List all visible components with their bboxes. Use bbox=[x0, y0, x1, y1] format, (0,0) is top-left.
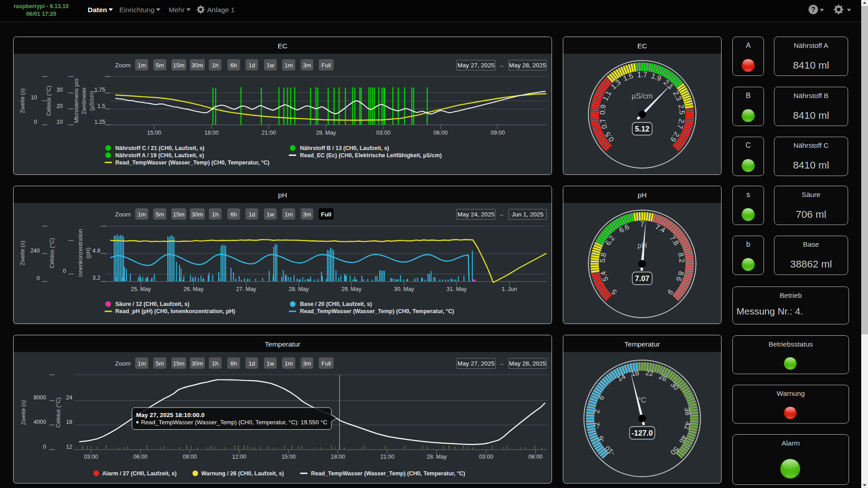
svg-text:pH: pH bbox=[278, 191, 287, 199]
svg-text:Alarm: Alarm bbox=[782, 439, 800, 447]
svg-text:8000: 8000 bbox=[33, 394, 46, 401]
svg-text:b: b bbox=[746, 240, 750, 248]
svg-text:1m: 1m bbox=[284, 62, 292, 69]
svg-text:→: → bbox=[498, 360, 504, 367]
svg-text:1d: 1d bbox=[249, 211, 255, 218]
svg-text:Säure: Säure bbox=[802, 191, 820, 198]
svg-text:Nährstoff A / 19 (CH0, Laufzei: Nährstoff A / 19 (CH0, Laufzeit, s) bbox=[115, 152, 204, 159]
svg-text:Celsius (°C): Celsius (°C) bbox=[49, 238, 55, 268]
svg-text:7: 7 bbox=[640, 221, 644, 228]
svg-text:03:00: 03:00 bbox=[84, 454, 98, 460]
svg-text:May 28, 2025: May 28, 2025 bbox=[509, 360, 546, 367]
svg-text:21:00: 21:00 bbox=[380, 454, 394, 460]
svg-text:30: 30 bbox=[57, 87, 63, 93]
svg-text:06/01 17:20: 06/01 17:20 bbox=[26, 11, 57, 17]
svg-text:15m: 15m bbox=[173, 62, 184, 69]
svg-text:18: 18 bbox=[66, 419, 72, 425]
svg-text:May 27, 2025 18:10:00.0: May 27, 2025 18:10:00.0 bbox=[136, 412, 205, 418]
svg-text:Temperatur: Temperatur bbox=[265, 340, 300, 348]
svg-text:Ionenkonzentration: Ionenkonzentration bbox=[77, 229, 84, 277]
svg-text:A: A bbox=[746, 42, 751, 49]
svg-text:Zoom: Zoom bbox=[115, 62, 131, 69]
svg-text:Temperatur: Temperatur bbox=[624, 340, 660, 348]
svg-text:1m: 1m bbox=[284, 211, 292, 218]
svg-text:Zoom: Zoom bbox=[115, 211, 131, 218]
svg-text:3m: 3m bbox=[303, 211, 311, 218]
svg-text:28. May: 28. May bbox=[289, 286, 309, 292]
svg-text:Zoom: Zoom bbox=[115, 360, 131, 367]
svg-text:6h: 6h bbox=[231, 360, 237, 367]
svg-text:(pH): (pH) bbox=[85, 248, 91, 258]
svg-text:1m: 1m bbox=[137, 360, 146, 367]
svg-text:pH: pH bbox=[637, 241, 647, 249]
svg-text:Base: Base bbox=[803, 240, 819, 248]
svg-text:1m: 1m bbox=[284, 360, 292, 367]
svg-text:5m: 5m bbox=[156, 62, 164, 69]
svg-text:Zentimeter: Zentimeter bbox=[81, 87, 87, 114]
svg-text:12:00: 12:00 bbox=[232, 454, 246, 460]
svg-text:31. May: 31. May bbox=[447, 286, 467, 292]
svg-text:18:00: 18:00 bbox=[204, 130, 218, 136]
svg-text:B: B bbox=[746, 92, 751, 99]
svg-text:Nährstoff B: Nährstoff B bbox=[793, 92, 828, 99]
svg-text:09:00: 09:00 bbox=[491, 130, 505, 136]
svg-text:Celsius (°C): Celsius (°C) bbox=[55, 398, 61, 428]
svg-text:Daten: Daten bbox=[88, 6, 107, 14]
svg-text:1w: 1w bbox=[267, 62, 274, 69]
svg-text:Read_EC (Ec) (CH0, Elektrische: Read_EC (Ec) (CH0, Elektrische Leitfähig… bbox=[300, 152, 442, 159]
svg-text:1d: 1d bbox=[249, 360, 255, 367]
svg-text:5m: 5m bbox=[156, 360, 164, 367]
svg-text:28. May: 28. May bbox=[316, 130, 336, 136]
svg-text:15m: 15m bbox=[173, 211, 184, 218]
svg-text:06:00: 06:00 bbox=[133, 454, 147, 460]
svg-text:03:00: 03:00 bbox=[479, 454, 493, 460]
svg-text:06:00: 06:00 bbox=[528, 454, 542, 460]
svg-text:1.75: 1.75 bbox=[94, 87, 105, 93]
svg-text:Full: Full bbox=[321, 360, 331, 367]
svg-text:03:00: 03:00 bbox=[376, 130, 390, 136]
svg-text:4.8: 4.8 bbox=[93, 248, 100, 254]
svg-text:0.9: 0.9 bbox=[598, 104, 607, 115]
svg-text:5.8: 5.8 bbox=[598, 252, 607, 263]
svg-text:0: 0 bbox=[63, 268, 66, 274]
svg-text:raspberrypi - 8.13.10: raspberrypi - 8.13.10 bbox=[14, 3, 69, 9]
svg-text:Read_TempWasser (Wasser_Temp): Read_TempWasser (Wasser_Temp) (CH0, Temp… bbox=[141, 419, 327, 426]
svg-text:1. Jun: 1. Jun bbox=[501, 286, 517, 292]
svg-text:Säure / 12 (CH0, Laufzeit, s): Säure / 12 (CH0, Laufzeit, s) bbox=[115, 301, 189, 307]
svg-text:30m: 30m bbox=[192, 62, 203, 69]
svg-text:EC: EC bbox=[637, 42, 647, 50]
svg-text:10: 10 bbox=[57, 119, 63, 125]
svg-text:°C: °C bbox=[638, 396, 646, 404]
svg-text:May 24, 2025: May 24, 2025 bbox=[458, 211, 495, 218]
svg-text:Microsiemens pro: Microsiemens pro bbox=[73, 79, 80, 123]
svg-text:Messung Nr.: 4.: Messung Nr.: 4. bbox=[736, 306, 803, 316]
svg-text:5m: 5m bbox=[156, 211, 164, 218]
svg-text:1m: 1m bbox=[137, 62, 146, 69]
svg-text:7.07: 7.07 bbox=[635, 274, 649, 282]
svg-text:(µS/cm): (µS/cm) bbox=[89, 91, 95, 111]
svg-text:May 28, 2025: May 28, 2025 bbox=[509, 62, 546, 69]
svg-text:Betriebsstatus: Betriebsstatus bbox=[769, 340, 813, 348]
svg-text:EC: EC bbox=[278, 42, 288, 50]
svg-text:0: 0 bbox=[43, 444, 46, 450]
svg-text:15m: 15m bbox=[173, 360, 184, 367]
svg-text:38862 ml: 38862 ml bbox=[790, 258, 832, 270]
svg-text:706 ml: 706 ml bbox=[796, 209, 826, 220]
svg-text:1.5: 1.5 bbox=[98, 103, 105, 109]
svg-text:10: 10 bbox=[31, 94, 37, 101]
svg-text:Warnung: Warnung bbox=[777, 389, 805, 397]
svg-text:2.5: 2.5 bbox=[677, 104, 686, 115]
svg-text:Mehr: Mehr bbox=[169, 6, 184, 14]
svg-text:Alarm / 27 (CH0, Laufzeit, s): Alarm / 27 (CH0, Laufzeit, s) bbox=[102, 470, 177, 477]
svg-text:May 27, 2025: May 27, 2025 bbox=[458, 62, 495, 69]
svg-text:Read_TempWasser (Wasser_Temp): Read_TempWasser (Wasser_Temp) (CH0, Temp… bbox=[311, 470, 465, 477]
svg-text:5.12: 5.12 bbox=[635, 125, 649, 133]
svg-text:8410 ml: 8410 ml bbox=[793, 60, 829, 71]
svg-text:15:00: 15:00 bbox=[147, 130, 161, 136]
svg-text:Read_TempWasser (Wasser_Temp): Read_TempWasser (Wasser_Temp) (CH0, Temp… bbox=[115, 160, 269, 166]
svg-text:18:00: 18:00 bbox=[331, 454, 345, 460]
svg-text:3m: 3m bbox=[303, 360, 311, 367]
svg-text:1h: 1h bbox=[212, 211, 218, 218]
svg-text:C: C bbox=[745, 141, 751, 149]
svg-text:Nährstoff A: Nährstoff A bbox=[794, 42, 829, 49]
